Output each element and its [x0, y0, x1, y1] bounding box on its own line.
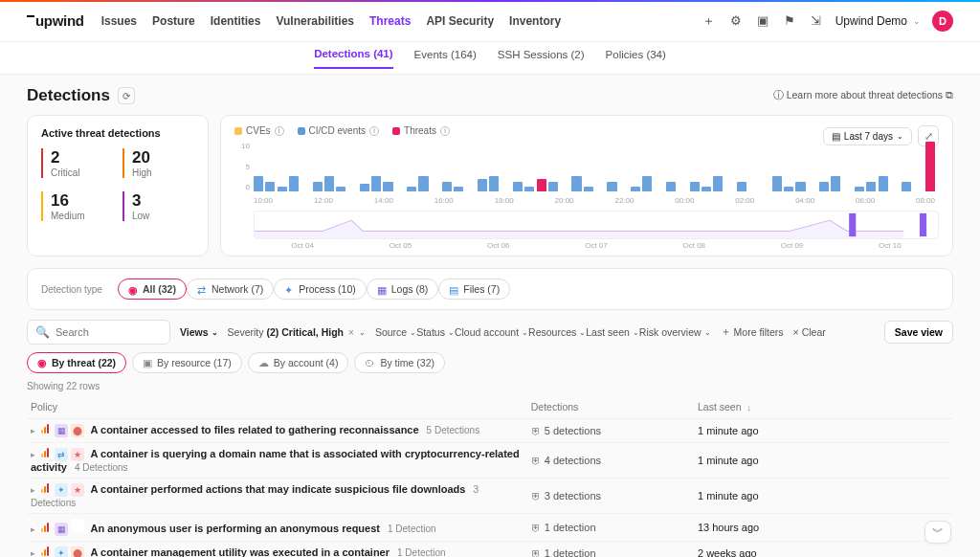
bar[interactable]: [289, 176, 299, 191]
bar[interactable]: [524, 187, 534, 191]
filter-last-seen[interactable]: Last seen ⌄: [586, 326, 639, 338]
severity-filter[interactable]: Severity (2) Critical, High × ⌄: [228, 326, 366, 338]
stat-critical[interactable]: 2Critical: [41, 148, 113, 178]
table-row[interactable]: ▸ ▦ ⬤ A container accessed to files rela…: [27, 419, 953, 443]
nav-posture[interactable]: Posture: [152, 14, 195, 28]
bar[interactable]: [795, 182, 805, 191]
bar[interactable]: [548, 182, 558, 191]
bar[interactable]: [478, 179, 487, 191]
bar[interactable]: [855, 187, 864, 191]
bar[interactable]: [772, 176, 782, 191]
bar[interactable]: [631, 187, 640, 191]
minimap[interactable]: [254, 211, 939, 239]
bar[interactable]: [666, 182, 676, 191]
book-icon[interactable]: ▣: [755, 13, 770, 29]
legend-item[interactable]: CI/CD events i: [298, 125, 379, 136]
group-by-button[interactable]: ◉By threat (22): [27, 352, 126, 373]
bar[interactable]: [454, 187, 463, 191]
bar[interactable]: [324, 176, 334, 191]
expand-row-icon[interactable]: ▸: [31, 450, 35, 459]
nav-inventory[interactable]: Inventory: [509, 14, 561, 28]
info-icon[interactable]: i: [440, 126, 450, 136]
bar[interactable]: [607, 182, 616, 191]
filter-cloud-account[interactable]: Cloud account ⌄: [455, 326, 528, 338]
avatar[interactable]: D: [932, 11, 953, 32]
stat-medium[interactable]: 16Medium: [41, 191, 113, 221]
col-last-seen[interactable]: Last seen ↓: [694, 395, 953, 419]
bar[interactable]: [383, 182, 392, 191]
filter-risk-overview[interactable]: Risk overview ⌄: [639, 326, 711, 338]
refresh-icon[interactable]: ⟳: [118, 87, 135, 104]
bar[interactable]: [866, 182, 876, 191]
table-row[interactable]: ▸ ✦ ⬤ A container management utility was…: [27, 542, 953, 558]
table-row[interactable]: ▸ ▦ An anonymous user is performing an a…: [27, 514, 953, 542]
detections-link[interactable]: 1 Detection: [397, 547, 446, 557]
group-by-button[interactable]: ⏲By time (32): [354, 352, 445, 373]
subtab[interactable]: Events (164): [414, 49, 477, 68]
bar[interactable]: [737, 182, 746, 191]
save-view-button[interactable]: Save view: [884, 321, 953, 344]
person-icon[interactable]: ⇲: [809, 13, 824, 29]
info-icon[interactable]: i: [369, 126, 379, 136]
detections-link[interactable]: 1 Detection: [388, 524, 436, 534]
bar[interactable]: [584, 187, 593, 191]
bar[interactable]: [925, 142, 935, 191]
col-detections[interactable]: Detections: [527, 395, 694, 419]
bar[interactable]: [902, 182, 911, 191]
nav-vulnerabilities[interactable]: Vulnerabilities: [276, 14, 354, 28]
expand-row-icon[interactable]: ▸: [31, 548, 35, 557]
nav-identities[interactable]: Identities: [211, 14, 261, 28]
bar[interactable]: [879, 176, 888, 191]
clear-severity-icon[interactable]: ×: [346, 327, 356, 338]
info-icon[interactable]: i: [275, 126, 284, 136]
more-filters-button[interactable]: ＋ More filters: [721, 325, 784, 339]
clear-filters-button[interactable]: × Clear: [793, 326, 826, 338]
bar[interactable]: [713, 176, 723, 191]
bar[interactable]: [278, 187, 287, 191]
bar[interactable]: [489, 176, 499, 191]
detections-link[interactable]: 4 Detections: [75, 462, 128, 473]
bar[interactable]: [418, 176, 428, 191]
bar[interactable]: [336, 187, 345, 191]
detection-type-pill[interactable]: ✦Process (10): [274, 278, 367, 300]
subtab[interactable]: Policies (34): [606, 49, 666, 68]
bar[interactable]: [442, 182, 452, 191]
bar[interactable]: [819, 182, 829, 191]
search-input[interactable]: 🔍: [27, 320, 170, 345]
bar[interactable]: [690, 182, 700, 191]
nav-api-security[interactable]: API Security: [426, 14, 494, 28]
bar[interactable]: [265, 182, 275, 191]
stat-high[interactable]: 20High: [122, 148, 194, 178]
expand-row-icon[interactable]: ▸: [31, 485, 35, 495]
bar[interactable]: [642, 176, 652, 191]
stat-low[interactable]: 3Low: [122, 191, 194, 221]
bar[interactable]: [702, 187, 711, 191]
legend-item[interactable]: Threats i: [392, 125, 450, 136]
plus-icon[interactable]: ＋: [702, 13, 717, 29]
bar[interactable]: [513, 182, 523, 191]
bar[interactable]: [360, 184, 369, 191]
group-by-button[interactable]: ▣By resource (17): [132, 352, 242, 373]
subtab[interactable]: Detections (41): [314, 48, 392, 69]
bar[interactable]: [313, 182, 323, 191]
expand-row-icon[interactable]: ▸: [31, 426, 35, 435]
detection-type-pill[interactable]: ⇄Network (7): [187, 278, 274, 300]
bar[interactable]: [371, 176, 381, 191]
bar[interactable]: [407, 187, 416, 191]
group-by-button[interactable]: ☁By account (4): [248, 352, 349, 373]
expand-row-icon[interactable]: ▸: [31, 524, 35, 534]
nav-threats[interactable]: Threats: [369, 14, 411, 28]
detections-link[interactable]: 5 Detections: [427, 425, 480, 435]
detection-type-pill[interactable]: ◉All (32): [118, 278, 187, 300]
filter-status[interactable]: Status ⌄: [416, 326, 455, 338]
bar[interactable]: [784, 187, 793, 191]
detection-type-pill[interactable]: ▦Logs (8): [367, 278, 439, 300]
scroll-down-button[interactable]: ︾: [924, 521, 951, 544]
flag-icon[interactable]: ⚑: [782, 13, 797, 29]
col-policy[interactable]: Policy: [27, 395, 527, 419]
detection-type-pill[interactable]: ▤Files (7): [438, 278, 510, 300]
subtab[interactable]: SSH Sessions (2): [498, 49, 585, 68]
table-row[interactable]: ▸ ⇄ ★ A container is querying a domain n…: [27, 443, 953, 479]
table-row[interactable]: ▸ ✦ ★ A container performed actions that…: [27, 479, 953, 514]
bar-chart[interactable]: 1050 10:0012:0014:0016:0018:0020:0022:00…: [234, 142, 939, 205]
